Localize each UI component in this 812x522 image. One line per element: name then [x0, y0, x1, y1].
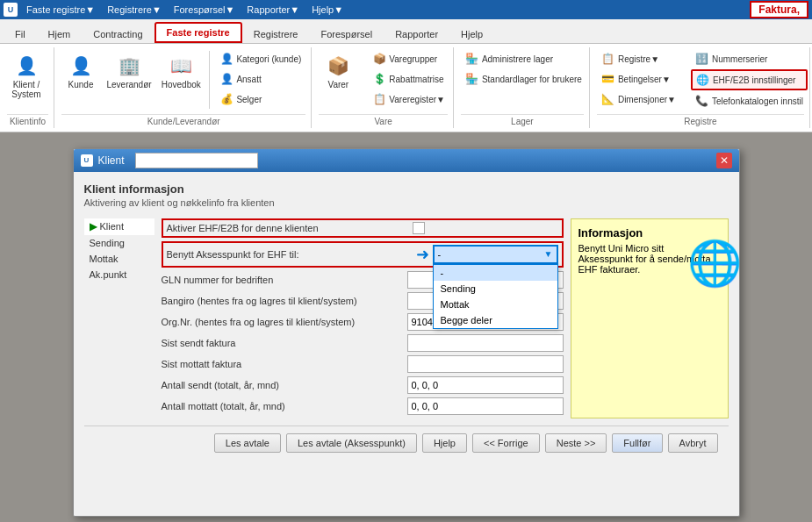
menu-registrere[interactable]: Registrere▼	[102, 3, 167, 17]
selger-button[interactable]: 💰 Selger	[215, 89, 305, 109]
dropdown-item-dash[interactable]: -	[434, 265, 557, 281]
hovedbok-icon: 📖	[167, 52, 195, 80]
nav-item-mottak[interactable]: Mottak	[84, 251, 154, 267]
menu-hjelp[interactable]: Hjelp▼	[306, 3, 349, 17]
les-avtale-button[interactable]: Les avtale	[214, 433, 281, 453]
modal-logo: U	[81, 154, 93, 167]
tab-hjelp[interactable]: Hjelp	[449, 25, 494, 43]
ehf-checkbox[interactable]	[413, 222, 425, 234]
antall-mottatt-input[interactable]	[407, 397, 564, 415]
sist-mottatt-input[interactable]	[407, 355, 564, 373]
fullfor-button[interactable]: Fullfør	[612, 433, 662, 453]
dimensjoner-button[interactable]: 📐 Dimensjoner▼	[597, 89, 680, 109]
tab-fil[interactable]: Fil	[4, 25, 37, 43]
dropdown-container: - ▼ - Sending Mottak Begge deler	[433, 245, 558, 264]
nav-item-klient[interactable]: ▶ Klient	[84, 218, 154, 235]
leverandor-button[interactable]: 🏢 Leverandør	[104, 49, 154, 92]
kunde-button[interactable]: 👤 Kunde	[61, 49, 100, 92]
modal-title-bar: U Klient ✕	[74, 149, 739, 172]
varer-label: Varer	[327, 80, 349, 89]
nav-label-sending: Sending	[90, 238, 125, 248]
title-bar: U Faste registre▼ Registrere▼ Forespørse…	[0, 0, 812, 19]
les-avtale-aksesspunkt-button[interactable]: Les avtale (Aksesspunkt)	[286, 433, 417, 453]
antall-sendt-label: Antall sendt (totalt, år, mnd)	[162, 380, 407, 390]
menu-foresporse[interactable]: Forespørsel▼	[169, 3, 241, 17]
gln-label: GLN nummer for bedriften	[162, 275, 407, 285]
ansatt-icon: 👤	[219, 72, 234, 86]
nav-label-klient: Klient	[100, 221, 125, 232]
forrige-button[interactable]: << Forrige	[472, 433, 540, 453]
telefonkatalog-label: Telefonkatalogen innstil	[712, 97, 803, 106]
nummerserier-label: Nummerserier	[712, 54, 767, 64]
lager-label: Lager	[461, 114, 584, 128]
aksesspunkt-label: Benytt Aksesspunkt for EHF til:	[167, 249, 413, 260]
antall-sendt-input[interactable]	[407, 376, 564, 394]
hjelp-button[interactable]: Hjelp	[422, 433, 467, 453]
modal-overlay: U Klient ✕ Klient informasjon Aktivering…	[0, 132, 812, 522]
ribbon-tabs: Fil Hjem Contracting Faste registre Regi…	[0, 19, 812, 44]
varegrupper-label: Varegrupper	[389, 54, 437, 64]
registre-icon: 📋	[601, 52, 615, 66]
tab-faste-registre[interactable]: Faste registre	[154, 22, 242, 43]
modal-body: Klient informasjon Aktivering av klient …	[74, 172, 739, 470]
kategori-kunde-button[interactable]: 👤 Kategori (kunde)	[215, 49, 305, 68]
tab-foresporse[interactable]: Forespørsel	[309, 25, 384, 43]
dropdown-menu: - Sending Mottak Begge deler	[433, 264, 558, 329]
vare-label: Vare	[319, 114, 448, 128]
vareregister-icon: 📋	[372, 92, 386, 106]
modal-form: Aktiver EHF/E2B for denne klienten Benyt…	[162, 218, 564, 418]
tab-registrere[interactable]: Registrere	[242, 25, 310, 43]
betingelser-button[interactable]: 💳 Betingelser▼	[597, 69, 680, 89]
registre-button[interactable]: 📋 Registre▼	[597, 49, 680, 68]
modal-title: Klient	[98, 154, 125, 167]
standardlager-button[interactable]: 🏪 Standardlager for brukere	[461, 69, 586, 89]
ansatt-button[interactable]: 👤 Ansatt	[215, 69, 305, 89]
ehf-e2b-button[interactable]: 🌐 EHF/E2B innstillinger	[691, 69, 808, 90]
tab-hjem[interactable]: Hjem	[37, 25, 83, 43]
vareregister-button[interactable]: 📋 Vareregister▼	[368, 89, 449, 109]
dropdown-item-sending[interactable]: Sending	[434, 281, 557, 297]
nav-item-sending[interactable]: Sending	[84, 235, 154, 251]
ribbon-group-vare: 📦 Varer 📦 Varegrupper 💲 Rabattmatrise 📋 …	[313, 47, 454, 128]
neste-button[interactable]: Neste >>	[545, 433, 607, 453]
telefonkatalog-button[interactable]: 📞 Telefonkatalogen innstil	[691, 91, 808, 111]
ribbon-group-klientinfo: 👤 Klient / System Klientinfo	[2, 47, 54, 128]
nav-arrow-klient: ▶	[90, 221, 97, 232]
modal-header: Klient informasjon Aktivering av klient …	[84, 182, 729, 208]
tab-contracting[interactable]: Contracting	[82, 25, 154, 43]
menu-faste-registre[interactable]: Faste registre▼	[21, 3, 100, 17]
administrere-lager-button[interactable]: 🏪 Administrere lager	[461, 49, 586, 68]
ribbon-group-registre: 📋 Registre▼ 💳 Betingelser▼ 📐 Dimensjoner…	[592, 47, 810, 128]
rabattmatrise-button[interactable]: 💲 Rabattmatrise	[368, 69, 449, 89]
telefonkatalog-icon: 📞	[695, 94, 709, 108]
antall-mottatt-label: Antall mottatt (totalt, år, mnd)	[162, 401, 407, 411]
modal-title-input[interactable]	[135, 153, 258, 168]
bangiro-label: Bangiro (hentes fra og lagres til klient…	[162, 296, 407, 306]
hovedbok-button[interactable]: 📖 Hovedbok	[158, 49, 204, 92]
avbryt-button[interactable]: Avbryt	[668, 433, 718, 453]
ehf-checkbox-label: Aktiver EHF/E2B for denne klienten	[167, 223, 413, 233]
dropdown-item-mottak[interactable]: Mottak	[434, 297, 557, 312]
menu-rapporter[interactable]: Rapporter▼	[241, 3, 305, 17]
sist-sendt-input[interactable]	[407, 334, 564, 352]
selger-icon: 💰	[219, 92, 234, 106]
form-row-ehf-checkbox: Aktiver EHF/E2B for denne klienten	[162, 218, 564, 238]
klient-system-button[interactable]: 👤 Klient / System	[7, 49, 46, 102]
varer-button[interactable]: 📦 Varer	[319, 49, 357, 92]
sep1	[209, 51, 210, 109]
form-row-aksesspunkt: Benytt Aksesspunkt for EHF til: ➜ - ▼ -	[162, 241, 564, 268]
nav-item-akpunkt[interactable]: Ak.punkt	[84, 267, 154, 282]
aksesspunkt-dropdown[interactable]: - ▼	[433, 245, 558, 264]
varegrupper-button[interactable]: 📦 Varegrupper	[368, 49, 449, 68]
kundelev-col: 👤 Kategori (kunde) 👤 Ansatt 💰 Selger	[215, 49, 305, 109]
ribbon-group-lager: 🏪 Administrere lager 🏪 Standardlager for…	[456, 47, 590, 128]
dropdown-item-begge[interactable]: Begge deler	[434, 312, 557, 328]
modal-header-subtitle: Aktivering av klient og nøkkelinfo fra k…	[84, 197, 729, 208]
kategori-label: Kategori (kunde)	[236, 54, 301, 64]
tab-rapporter[interactable]: Rapporter	[384, 25, 449, 43]
ribbon-group-kundeLeverandor: 👤 Kunde 🏢 Leverandør 📖 Hovedbok 👤 Katego…	[56, 47, 312, 128]
vare-col: 📦 Varegrupper 💲 Rabattmatrise 📋 Vareregi…	[368, 49, 449, 109]
nummerserier-button[interactable]: 🔢 Nummerserier	[691, 49, 808, 68]
modal-close-button[interactable]: ✕	[716, 153, 732, 168]
kunde-icon: 👤	[67, 52, 95, 80]
